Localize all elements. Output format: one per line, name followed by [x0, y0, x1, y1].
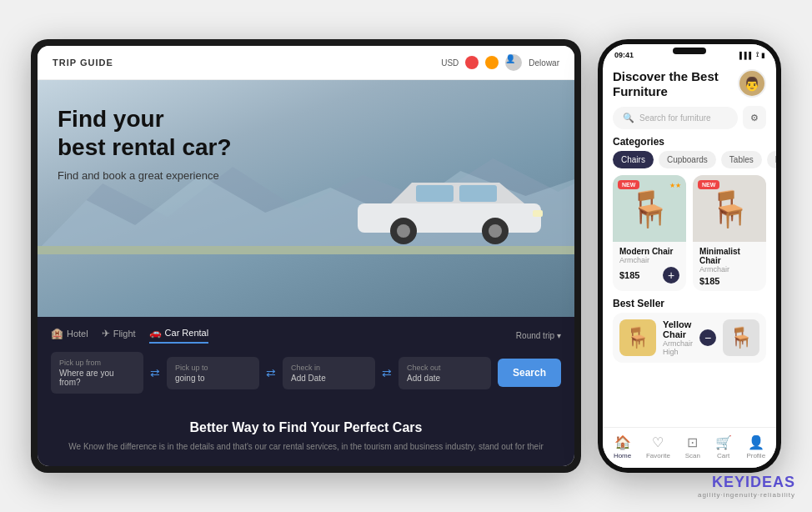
price-row-minimalist: $185 — [699, 276, 759, 286]
bestseller-section: Best Seller 🪑 Yellow Chair Armchair High… — [613, 298, 766, 363]
product-name-minimalist: Minimalist Chair — [699, 247, 759, 265]
categories-label: Categories — [613, 136, 766, 148]
new-badge-1: NEW — [618, 180, 639, 189]
phone-app-title: Discover the Best Furniture — [613, 69, 738, 99]
cart-icon: 🛒 — [715, 434, 732, 450]
category-lamps[interactable]: Lam... — [767, 151, 776, 168]
svg-rect-9 — [533, 210, 543, 217]
bestseller-image-2: 🪑 — [723, 319, 759, 356]
hero-title: Find your best rental car? — [58, 105, 232, 161]
product-card-minimalist-chair: 🪑 NEW Minimalist Chair Armchair $185 — [693, 175, 766, 291]
product-card-modern-chair: 🪑 NEW ★★ Modern Chair Armchair $185 + — [613, 175, 686, 291]
filter-icon: ⚙ — [750, 113, 759, 123]
search-tabs: 🏨 Hotel ✈ Flight 🚗 Car Rental Round trip… — [51, 327, 561, 344]
search-placeholder: Search for furniture — [639, 113, 711, 123]
flag-icon-2 — [485, 56, 499, 69]
chair-icon-modern: 🪑 — [628, 188, 671, 229]
car-icon: 🚗 — [149, 327, 162, 339]
checkout-field[interactable]: Check out Add date — [398, 357, 491, 389]
nav-cart-label: Cart — [717, 452, 729, 459]
new-badge-2: NEW — [698, 180, 719, 189]
tablet-header-right: USD 👤 Delowar — [441, 54, 559, 71]
hero-subtitle: Find and book a great experience — [58, 169, 232, 182]
battery-icon: ▮ — [761, 52, 764, 59]
product-info-minimalist: Minimalist Chair Armchair $185 — [693, 242, 766, 291]
bestseller-name: Yellow Chair — [663, 319, 693, 339]
scan-icon: ⊡ — [687, 434, 698, 450]
search-fields-row: Pick up from Where are you from? ⇄ Pick … — [51, 352, 561, 394]
keyideas-logo: KEYIDEAS agility·ingenuity·reliability — [698, 474, 795, 499]
phone-notch — [673, 48, 706, 54]
product-info-modern: Modern Chair Armchair $185 + — [613, 242, 686, 289]
checkin-field[interactable]: Check in Add Date — [283, 357, 375, 389]
tablet-device: TRIP GUIDE USD 👤 Delowar — [31, 39, 581, 473]
phone-header: Discover the Best Furniture 👨 — [613, 63, 766, 99]
tab-hotel-label: Hotel — [67, 329, 88, 339]
tablet-logo: TRIP GUIDE — [53, 58, 113, 68]
categories-row: Chairs Cupboards Tables Lam... — [613, 151, 766, 168]
bottom-text: We Know the difference is in the details… — [58, 440, 554, 453]
signal-icon: ▌▌▌ — [739, 52, 754, 59]
bestseller-label: Best Seller — [613, 298, 766, 309]
pickup-from-field[interactable]: Pick up from Where are you from? — [51, 352, 143, 394]
phone-search-row: 🔍 Search for furniture ⚙ — [613, 106, 766, 129]
user-avatar-small: 👤 — [505, 54, 522, 71]
tab-car-rental[interactable]: 🚗 Car Rental — [149, 327, 209, 344]
checkout-label: Check out — [407, 364, 483, 372]
nav-favorite[interactable]: ♡ Favorite — [646, 434, 670, 459]
brand-name: KEYIDEAS — [698, 474, 795, 491]
qty-decrease-btn[interactable]: − — [699, 329, 716, 346]
tab-hotel[interactable]: 🏨 Hotel — [51, 327, 88, 344]
tablet-bottom-section: Better Way to Find Your Perfect Cars We … — [38, 404, 574, 466]
search-icon: 🔍 — [623, 113, 634, 123]
product-name-modern: Modern Chair — [619, 247, 679, 256]
home-icon: 🏠 — [614, 434, 631, 450]
categories-section: Categories Chairs Cupboards Tables Lam..… — [613, 136, 766, 168]
tablet-screen: TRIP GUIDE USD 👤 Delowar — [38, 46, 574, 466]
svg-rect-4 — [459, 185, 497, 202]
tablet-hero: Find your best rental car? Find and book… — [38, 80, 574, 317]
wifi-icon: ⟟ — [756, 51, 759, 59]
filter-button[interactable]: ⚙ — [743, 106, 766, 129]
tab-car-label: Car Rental — [165, 328, 209, 338]
product-sub-modern: Armchair — [619, 256, 679, 264]
stars-1: ★★ — [669, 182, 681, 189]
category-cupboards[interactable]: Cupboards — [659, 151, 716, 168]
bottom-nav: 🏠 Home ♡ Favorite ⊡ Scan 🛒 Cart 👤 P — [603, 427, 776, 468]
furniture-search-bar[interactable]: 🔍 Search for furniture — [613, 107, 738, 129]
chevron-down-icon: ▾ — [557, 331, 561, 340]
pickup-to-label: Pick up to — [175, 364, 251, 372]
status-icons: ▌▌▌ ⟟ ▮ — [739, 51, 764, 59]
arrow-icon-3: ⇄ — [382, 366, 392, 379]
flag-icon-1 — [465, 56, 479, 69]
products-grid: 🪑 NEW ★★ Modern Chair Armchair $185 + — [613, 175, 766, 291]
checkin-value: Add Date — [291, 374, 367, 383]
nav-home-label: Home — [614, 452, 631, 459]
search-button[interactable]: Search — [498, 359, 561, 387]
category-tables[interactable]: Tables — [721, 151, 762, 168]
round-trip-selector[interactable]: Round trip ▾ — [516, 327, 561, 344]
nav-profile[interactable]: 👤 Profile — [746, 434, 765, 459]
add-to-cart-modern[interactable]: + — [663, 267, 679, 284]
category-chairs[interactable]: Chairs — [613, 151, 654, 168]
svg-rect-2 — [358, 203, 541, 233]
bottom-title: Better Way to Find Your Perfect Cars — [58, 420, 554, 435]
nav-scan-label: Scan — [685, 452, 700, 459]
nav-scan[interactable]: ⊡ Scan — [685, 434, 700, 459]
favorite-icon: ♡ — [652, 434, 664, 450]
tab-flight-label: Flight — [113, 329, 136, 339]
phone-screen: 09:41 ▌▌▌ ⟟ ▮ Discover the Best Furnitur… — [603, 44, 776, 468]
nav-profile-label: Profile — [746, 452, 765, 459]
bestseller-item-yellow-chair: 🪑 Yellow Chair Armchair High − 🪑 — [613, 313, 766, 363]
tab-flight[interactable]: ✈ Flight — [102, 327, 136, 344]
nav-home[interactable]: 🏠 Home — [614, 434, 631, 459]
chair-icon-minimalist: 🪑 — [708, 188, 751, 229]
nav-cart[interactable]: 🛒 Cart — [715, 434, 732, 459]
arrow-icon-2: ⇄ — [266, 366, 276, 379]
search-area: 🏨 Hotel ✈ Flight 🚗 Car Rental Round trip… — [38, 317, 574, 404]
pickup-to-field[interactable]: Pick up to going to — [167, 357, 259, 389]
checkin-label: Check in — [291, 364, 367, 372]
arrow-icon-1: ⇄ — [150, 366, 160, 379]
flight-icon: ✈ — [102, 328, 110, 339]
scene: TRIP GUIDE USD 👤 Delowar — [0, 0, 812, 512]
